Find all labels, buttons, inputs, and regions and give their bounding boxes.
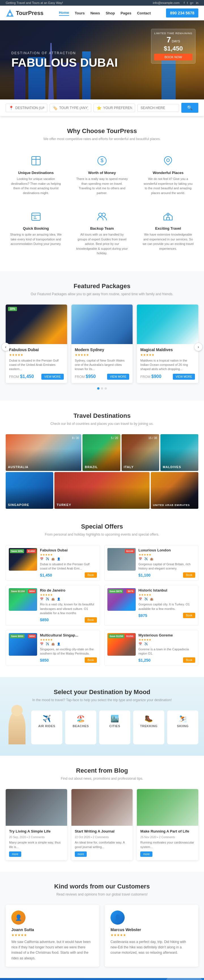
- dot-1[interactable]: [97, 387, 100, 390]
- package-maldives-image: [137, 304, 198, 344]
- nav-home[interactable]: Home: [59, 10, 69, 16]
- blog-subtitle: Find out about news, promotions and prof…: [6, 776, 198, 781]
- search-button[interactable]: 🔍: [182, 103, 198, 113]
- mood-item-trekking[interactable]: 🥾 TREKKING: [133, 711, 164, 745]
- nav-shop[interactable]: Shop: [106, 11, 115, 15]
- star-icon: ⭐: [96, 106, 101, 110]
- blog-2-read-btn[interactable]: more: [75, 851, 87, 857]
- dot-3[interactable]: [104, 387, 107, 390]
- package-sydney-image: [71, 304, 133, 344]
- offer-cappadocia-info: Mysterious Goreme ★★★★★ 📅✈️ Goreme is a …: [138, 633, 196, 663]
- cta-decoration: [147, 978, 204, 980]
- mood-item-beaches[interactable]: 🏖️ BEACHES: [65, 711, 96, 745]
- preference-input[interactable]: [103, 106, 132, 110]
- destination-input[interactable]: [15, 106, 44, 110]
- dest-maldives[interactable]: MALDIVES: [161, 434, 198, 471]
- dest-singapore[interactable]: SINGAPORE: [6, 472, 53, 509]
- package-maldives-view-btn[interactable]: VIEW MORE: [173, 374, 195, 380]
- package-dubai-price: FROM $1,450: [9, 374, 34, 379]
- offer-dubai-price-badge: $1450: [27, 549, 36, 553]
- nav-pages[interactable]: Pages: [120, 11, 131, 15]
- building5: [162, 60, 176, 99]
- offer-london: $1100 Luxurious London ★★★★★ 📅✈️🏨 Gorgeo…: [104, 545, 199, 581]
- header-phone[interactable]: 890 234 5678: [166, 8, 198, 18]
- airrides-icon: ✈️: [34, 715, 59, 723]
- dest-uae[interactable]: UNITED ARAB EMIRATES: [151, 472, 198, 509]
- dest-italy[interactable]: ITALY 15 / 38: [122, 434, 159, 471]
- nav-contact[interactable]: Contact: [137, 11, 151, 15]
- slider-prev-button[interactable]: ‹: [2, 343, 10, 351]
- main-nav: Home Tours News Shop Pages Contact: [59, 10, 151, 16]
- mood-person-area: [6, 711, 28, 745]
- tour-type-input[interactable]: [59, 106, 88, 110]
- dest-brazil[interactable]: BRAZIL 5 / 20: [82, 434, 120, 471]
- package-sydney-title: Modern Sydney: [75, 347, 130, 352]
- nav-news[interactable]: News: [90, 11, 100, 15]
- building1: [14, 65, 26, 99]
- cities-icon: 🏙️: [102, 715, 127, 723]
- package-dubai-footer: FROM $1,450 VIEW MORE: [9, 374, 64, 380]
- package-sydney-footer: FROM $950 VIEW MORE: [75, 374, 130, 380]
- offer-singapore-book-btn[interactable]: Book: [85, 657, 97, 663]
- offer-cappadocia-footer: $1,250 Book: [138, 657, 196, 663]
- offer-dubai-desc: Dubai is situated in the Persian Gulf co…: [40, 562, 97, 571]
- offer-singapore-price: $850: [40, 658, 49, 662]
- booking-price: $1,450: [154, 45, 193, 52]
- mood-title: Select your Destination by Mood: [6, 689, 198, 696]
- cities-label: CITIES: [102, 724, 127, 728]
- book-now-button[interactable]: BOOK NOW: [154, 54, 193, 60]
- package-sydney-view-btn[interactable]: VIEW MORE: [107, 374, 129, 380]
- dot-2[interactable]: [101, 387, 103, 390]
- offer-cappadocia: Save $1250 $1250 Mysterious Goreme ★★★★★…: [104, 630, 199, 666]
- blog-3-read-btn[interactable]: more: [140, 851, 153, 857]
- dest-maldives-label: MALDIVES: [163, 465, 181, 469]
- why-choose-section: Why Choose TourPress We offer most compe…: [0, 116, 204, 271]
- packages-title: Featured Packages: [6, 283, 198, 290]
- blog-1-read-btn[interactable]: more: [9, 851, 21, 857]
- dest-brazil-count: 5 / 20: [111, 436, 118, 439]
- offers-title: Special Offers: [6, 523, 198, 530]
- topbar-right: info@example.com f t g+ in: [153, 1, 198, 5]
- mood-item-skiing[interactable]: ⛷️ SKIING: [167, 711, 198, 745]
- offer-london-price: $1,100: [138, 573, 151, 578]
- blog-section: Recent from Blog Find out about news, pr…: [0, 756, 204, 872]
- offer-dubai-book-btn[interactable]: Book: [85, 572, 97, 578]
- offer-singapore-image: Save $850 $850: [9, 633, 37, 656]
- offer-istanbul-book-btn[interactable]: Book: [183, 613, 195, 618]
- linkedin-icon[interactable]: in: [196, 1, 198, 5]
- testimonials-subtitle: Read reviews and opinions from our globa…: [6, 892, 198, 896]
- package-dubai-view-btn[interactable]: VIEW MORE: [41, 374, 63, 380]
- offer-rio-book-btn[interactable]: Book: [85, 617, 97, 623]
- blog-grid: Try Living A Simple Life 20 Sep, 2020 • …: [6, 789, 198, 860]
- mood-subtitle: In the mood to travel? Tap-face to help …: [6, 698, 198, 702]
- google-icon[interactable]: g+: [190, 1, 194, 5]
- blog-card-1: Try Living A Simple Life 20 Sep, 2020 • …: [6, 789, 67, 860]
- offer-rio-desc: Rio is a vast city, known for its beauti…: [40, 602, 97, 615]
- blog-3-desc: Running motivates your cardiovascular sy…: [140, 840, 195, 849]
- search-input[interactable]: [141, 106, 176, 110]
- mood-item-cities[interactable]: 🏙️ CITIES: [99, 711, 130, 745]
- offer-cappadocia-book-btn[interactable]: Book: [183, 657, 195, 663]
- offer-rio-save: Save $1150: [10, 589, 26, 593]
- preference-field: ⭐: [93, 104, 135, 112]
- testimonial-2-stars: ★★★★★: [111, 933, 193, 937]
- badge-label: DAYS: [172, 40, 180, 43]
- dest-turkey[interactable]: TURKEY: [55, 472, 149, 509]
- package-dubai-desc: Dubai is situated in the Persian Gulf co…: [9, 358, 64, 371]
- offer-london-book-btn[interactable]: Book: [183, 572, 195, 578]
- package-sydney-body: Modern Sydney ★★★★★ Sydney, capital of N…: [71, 344, 133, 383]
- slider-next-button[interactable]: ›: [194, 343, 202, 351]
- offer-singapore: Save $850 $850 Multicultural Singap... ★…: [6, 630, 100, 666]
- facebook-icon[interactable]: f: [184, 1, 185, 5]
- nav-tours[interactable]: Tours: [75, 11, 85, 15]
- twitter-icon[interactable]: t: [187, 1, 188, 5]
- mood-item-airrides[interactable]: ✈️ AIR RIDES: [31, 711, 62, 745]
- offer-rio-footer: $850 Book: [40, 617, 97, 623]
- package-card-sydney: Modern Sydney ★★★★★ Sydney, capital of N…: [71, 304, 133, 383]
- package-dubai-image: 30%: [6, 304, 67, 344]
- why-team-title: Backup Team: [76, 226, 128, 231]
- testimonial-2-name: Marcus Webster: [111, 928, 193, 932]
- skiing-icon: ⛷️: [170, 715, 196, 723]
- dest-australia[interactable]: AUSTRALIA 8 / 30: [6, 434, 81, 471]
- blog-2-image: [71, 789, 133, 826]
